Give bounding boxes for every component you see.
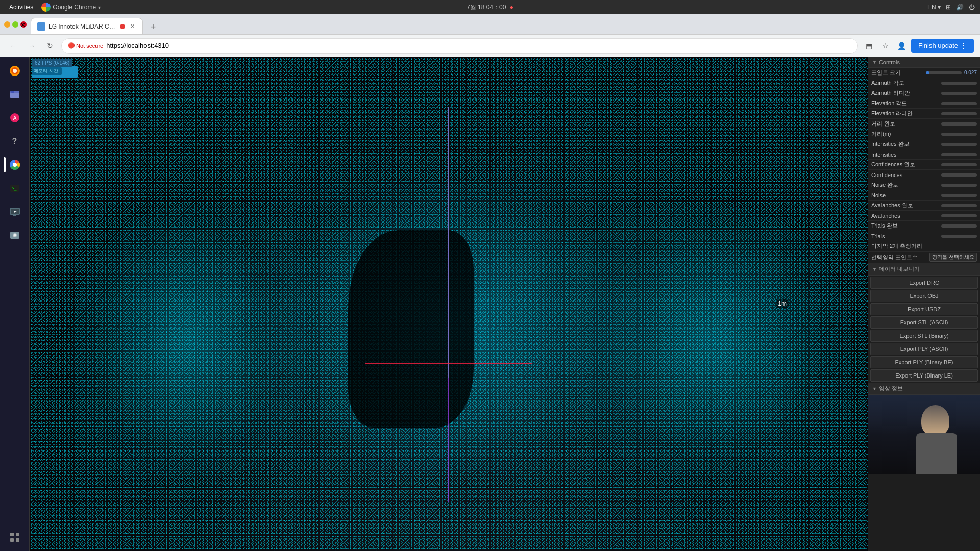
cast-button[interactable]: ⬒ <box>862 39 876 53</box>
elevation-angle-label: Elevation 각도 <box>871 99 941 107</box>
export-stl-ascii-button[interactable]: Export STL (ASCII) <box>870 316 978 329</box>
data-export-section-header[interactable]: ▼ 데이터 내보내기 <box>868 263 980 276</box>
point-size-slider-track[interactable] <box>926 71 962 74</box>
volume-icon[interactable]: 🔊 <box>956 4 964 11</box>
distance-walk-label: 거리 완보 <box>871 120 941 128</box>
tab-bar: ✕ LG Innotek MLiDAR C… ✕ + <box>0 14 980 35</box>
confidences-walk-slider[interactable] <box>941 163 977 166</box>
export-ply-binary-be-button[interactable]: Export PLY (Binary BE) <box>870 356 978 368</box>
maximize-button[interactable] <box>12 21 18 28</box>
intensities-row: Intensities <box>868 149 980 160</box>
bookmark-button[interactable]: ☆ <box>878 39 893 53</box>
trials-walk-row: Trials 완보 <box>868 221 980 231</box>
export-ply-ascii-button[interactable]: Export PLY (ASCII) <box>870 343 978 355</box>
export-stl-binary-button[interactable]: Export STL (Binary) <box>870 330 978 342</box>
new-tab-button[interactable]: + <box>146 20 160 34</box>
sidebar-item-software[interactable]: A <box>4 107 26 129</box>
azimuth-radian-label: Azimuth 라디안 <box>871 89 941 97</box>
svg-rect-4 <box>10 93 19 98</box>
chrome-icon <box>41 3 51 12</box>
tab-close-button[interactable]: ✕ <box>128 22 136 31</box>
sidebar-item-terminal[interactable]: >_ <box>4 178 26 199</box>
intensities-walk-slider[interactable] <box>941 143 977 146</box>
avalanches-row: Avalanches <box>868 211 980 221</box>
minimize-button[interactable] <box>4 21 10 28</box>
azimuth-radian-slider[interactable] <box>941 92 977 95</box>
avalanches-slider[interactable] <box>941 214 977 217</box>
measure-label: 1m <box>776 299 789 308</box>
image-info-title: 영상 정보 <box>879 385 903 392</box>
image-info-section-header[interactable]: ▼ 영상 정보 <box>868 383 980 395</box>
avalanches-walk-slider[interactable] <box>941 204 977 207</box>
last-2-measure-label: 마지막 2개 측정거리 <box>871 242 977 250</box>
forward-button[interactable]: → <box>24 39 39 53</box>
account-button[interactable]: 👤 <box>895 39 909 53</box>
confidences-walk-row: Confidences 완보 <box>868 160 980 170</box>
sidebar-item-photos[interactable] <box>4 224 26 246</box>
point-size-value: 0.027 <box>963 70 977 76</box>
svg-rect-22 <box>10 538 14 542</box>
chrome-indicator[interactable]: Google Chrome ▾ <box>41 3 101 12</box>
person-body <box>916 433 957 474</box>
selection-points-label: 선택영역 포인트수 <box>871 254 929 261</box>
select-area-button[interactable]: 영역을 선택하세요 <box>929 253 977 262</box>
sidebar-item-chrome[interactable] <box>4 154 26 176</box>
elevation-angle-row: Elevation 각도 <box>868 98 980 109</box>
refresh-button[interactable]: ↻ <box>43 39 57 53</box>
address-input[interactable]: 🔴 Not secure https://localhost:4310 <box>61 38 858 54</box>
azimuth-angle-slider[interactable] <box>941 82 977 85</box>
os-datetime: 7월 18 04：00 ● <box>467 3 513 12</box>
trials-label: Trials <box>871 233 941 239</box>
svg-rect-14 <box>13 215 16 216</box>
tab-favicon <box>37 22 45 31</box>
elevation-radian-slider[interactable] <box>941 112 977 115</box>
power-icon[interactable]: ⏻ <box>969 4 975 11</box>
close-button[interactable]: ✕ <box>20 21 27 28</box>
distance-walk-slider[interactable] <box>941 122 977 126</box>
sidebar-item-apps[interactable] <box>4 527 26 548</box>
confidences-row: Confidences <box>868 170 980 180</box>
noise-label: Noise <box>871 192 941 198</box>
x-axis <box>365 363 532 364</box>
language-selector[interactable]: EN ▾ <box>927 4 941 11</box>
controls-section-header[interactable]: ▼ Controls <box>868 57 980 68</box>
point-size-row: 포인트 크기 0.027 <box>868 68 980 78</box>
noise-slider[interactable] <box>941 194 977 197</box>
video-thumbnail[interactable] <box>868 395 980 474</box>
svg-rect-15 <box>13 216 17 216</box>
point-size-slider-fill <box>926 71 929 74</box>
sidebar-item-help[interactable]: ? <box>4 131 26 152</box>
network-icon: ⊞ <box>946 4 951 11</box>
confidences-slider[interactable] <box>941 173 977 177</box>
address-actions: ⬒ ☆ 👤 Finish update ⋮ <box>862 39 974 53</box>
3d-viewport[interactable]: 62 FPS (0-146) 메모리 시간- <box>30 57 868 551</box>
chrome-chevron[interactable]: ▾ <box>98 5 101 10</box>
elevation-radian-row: Elevation 라디안 <box>868 109 980 119</box>
tab-recording-indicator <box>120 24 125 29</box>
export-drc-button[interactable]: Export DRC <box>870 277 978 289</box>
sidebar-item-files[interactable] <box>4 84 26 105</box>
finish-update-button[interactable]: Finish update ⋮ <box>911 39 974 53</box>
controls-chevron: ▼ <box>872 60 877 65</box>
export-obj-button[interactable]: Export OBJ <box>870 290 978 302</box>
export-ply-binary-le-button[interactable]: Export PLY (Binary LE) <box>870 369 978 382</box>
elevation-angle-slider[interactable] <box>941 102 977 105</box>
sidebar-item-screen[interactable] <box>4 201 26 222</box>
browser-window: ✕ LG Innotek MLiDAR C… ✕ + ← → ↻ 🔴 Not s… <box>0 14 980 551</box>
trials-walk-slider[interactable] <box>941 224 977 228</box>
back-button[interactable]: ← <box>6 39 20 53</box>
active-tab[interactable]: LG Innotek MLiDAR C… ✕ <box>31 18 143 34</box>
export-usdz-button[interactable]: Export USDZ <box>870 303 978 315</box>
activities-button[interactable]: Activities <box>5 4 37 11</box>
url-display: https://localhost:4310 <box>106 42 169 49</box>
intensities-slider[interactable] <box>941 153 977 156</box>
svg-text:>_: >_ <box>12 186 17 191</box>
noise-walk-slider[interactable] <box>941 184 977 187</box>
point-size-control[interactable]: 0.027 <box>926 70 977 76</box>
main-content: A ? >_ <box>0 57 980 551</box>
trials-slider[interactable] <box>941 235 977 238</box>
distance-m-slider[interactable] <box>941 133 977 136</box>
noise-walk-row: Noise 완보 <box>868 180 980 190</box>
sidebar-item-firefox[interactable] <box>4 60 26 82</box>
controls-title: Controls <box>879 59 900 65</box>
